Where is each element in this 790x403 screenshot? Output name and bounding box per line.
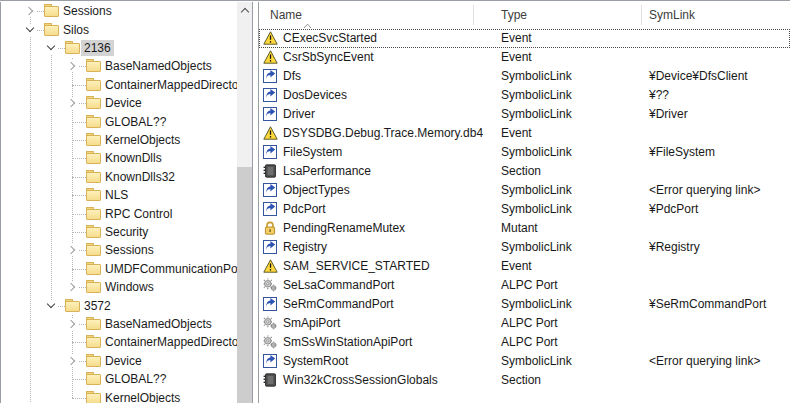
tree-item-rpc-control[interactable]: RPC Control — [1, 204, 237, 222]
tree-item-security[interactable]: Security — [1, 223, 237, 241]
list-row-objecttypes[interactable]: ObjectTypesSymbolicLink<Error querying l… — [259, 181, 790, 200]
type-cell: SymbolicLink — [501, 105, 572, 124]
list-row-smsswinstationapiport[interactable]: SmSsWinStationApiPortALPC Port — [259, 333, 790, 352]
type-cell: Section — [501, 162, 541, 181]
chevron-down-icon[interactable] — [45, 42, 57, 54]
list-row-dosdevices[interactable]: DosDevicesSymbolicLink¥?? — [259, 86, 790, 105]
warning-icon — [263, 126, 278, 141]
chevron-right-icon[interactable] — [66, 60, 78, 72]
list-row-sermcommandport[interactable]: SeRmCommandPortSymbolicLink¥SeRmCommandP… — [259, 295, 790, 314]
list-row-dfs[interactable]: DfsSymbolicLink¥Device¥DfsClient — [259, 67, 790, 86]
column-header-type[interactable]: Type — [473, 2, 641, 28]
tree-item-global[interactable]: GLOBAL?? — [1, 112, 237, 130]
tree-item-sessions[interactable]: Sessions — [1, 2, 237, 20]
folder-icon — [86, 151, 101, 164]
tree-item-label: BaseNamedObjects — [102, 316, 215, 332]
tree-item-nls[interactable]: NLS — [1, 186, 237, 204]
name-cell: FileSystem — [283, 143, 342, 162]
list-row-systemroot[interactable]: SystemRootSymbolicLink<Error querying li… — [259, 352, 790, 371]
tree-item-umdfcommunicationports[interactable]: UMDFCommunicationPorts — [1, 260, 237, 278]
tree-item-label: Sessions — [102, 242, 157, 258]
folder-icon — [44, 23, 59, 36]
tree-connector-stub — [72, 195, 86, 196]
name-cell: SmSsWinStationApiPort — [283, 333, 412, 352]
list-row-sam-service-started[interactable]: SAM_SERVICE_STARTEDEvent — [259, 257, 790, 276]
tree-item-label: NLS — [102, 187, 131, 203]
section-icon — [263, 373, 278, 388]
symlink-icon — [263, 183, 278, 198]
tree-item-device[interactable]: Device — [1, 352, 237, 370]
folder-icon — [86, 280, 101, 293]
type-cell: Event — [501, 29, 532, 48]
chevron-right-icon[interactable] — [66, 97, 78, 109]
tree-item-device[interactable]: Device — [1, 94, 237, 112]
folder-icon — [86, 391, 101, 403]
chevron-down-icon[interactable] — [24, 24, 36, 36]
name-cell: SAM_SERVICE_STARTED — [283, 257, 430, 276]
list-row-driver[interactable]: DriverSymbolicLink¥Driver — [259, 105, 790, 124]
tree-scrollbar[interactable] — [237, 2, 253, 403]
list-row-pdcport[interactable]: PdcPortSymbolicLink¥PdcPort — [259, 200, 790, 219]
tree-item-2136[interactable]: 2136 — [1, 39, 237, 57]
list-row-pendingrenamemutex[interactable]: PendingRenameMutexMutant — [259, 219, 790, 238]
tree-view: SessionsSilos2136BaseNamedObjectsContain… — [1, 2, 237, 403]
chevron-right-icon[interactable] — [66, 281, 78, 293]
list-row-selsacommandport[interactable]: SeLsaCommandPortALPC Port — [259, 276, 790, 295]
tree-item-sessions[interactable]: Sessions — [1, 241, 237, 259]
alpc-port-icon — [263, 278, 278, 293]
chevron-down-icon[interactable] — [45, 300, 57, 312]
name-cell: SystemRoot — [283, 352, 348, 371]
folder-icon — [86, 335, 101, 348]
tree-item-containermappeddirectories[interactable]: ContainerMappedDirectories — [1, 333, 237, 351]
chevron-right-icon[interactable] — [24, 5, 36, 17]
list-row-lsaperformance[interactable]: LsaPerformanceSection — [259, 162, 790, 181]
tree-item-kernelobjects[interactable]: KernelObjects — [1, 131, 237, 149]
type-cell: SymbolicLink — [501, 352, 572, 371]
list-row-filesystem[interactable]: FileSystemSymbolicLink¥FileSystem — [259, 143, 790, 162]
symlink-icon — [263, 88, 278, 103]
list-row-registry[interactable]: RegistrySymbolicLink¥Registry — [259, 238, 790, 257]
scroll-up-button[interactable] — [237, 2, 253, 19]
symlink-cell: ¥Device¥DfsClient — [649, 67, 748, 86]
folder-icon — [86, 96, 101, 109]
list-row-cexecsvcstarted[interactable]: CExecSvcStartedEvent — [259, 29, 790, 48]
chevron-right-icon[interactable] — [66, 318, 78, 330]
tree-item-knowndlls[interactable]: KnownDlls — [1, 149, 237, 167]
tree-item-knowndlls32[interactable]: KnownDlls32 — [1, 168, 237, 186]
symlink-icon — [263, 297, 278, 312]
folder-icon — [86, 354, 101, 367]
type-cell: ALPC Port — [501, 333, 558, 352]
tree-connector-stub — [72, 398, 86, 399]
list-header: Name Type SymLink — [259, 2, 790, 28]
column-header-name[interactable]: Name — [259, 2, 473, 28]
folder-icon — [86, 59, 101, 72]
list-row-smapiport[interactable]: SmApiPortALPC Port — [259, 314, 790, 333]
tree-item-containermappeddirectories[interactable]: ContainerMappedDirectories — [1, 76, 237, 94]
folder-icon — [86, 225, 101, 238]
list-row-csrsbsyncevent[interactable]: CsrSbSyncEventEvent — [259, 48, 790, 67]
tree-item-3572[interactable]: 3572 — [1, 296, 237, 314]
type-cell: SymbolicLink — [501, 86, 572, 105]
tree-item-kernelobjects[interactable]: KernelObjects — [1, 388, 237, 403]
tree-item-label: ContainerMappedDirectories — [102, 77, 253, 93]
column-header-symlink[interactable]: SymLink — [641, 2, 790, 28]
tree-item-basenamedobjects[interactable]: BaseNamedObjects — [1, 57, 237, 75]
tree-item-basenamedobjects[interactable]: BaseNamedObjects — [1, 315, 237, 333]
tree-item-global[interactable]: GLOBAL?? — [1, 370, 237, 388]
tree-connector-stub — [72, 140, 86, 141]
folder-icon — [86, 207, 101, 220]
column-header-symlink-label: SymLink — [649, 8, 695, 22]
tree-item-silos[interactable]: Silos — [1, 20, 237, 38]
chevron-right-icon[interactable] — [66, 244, 78, 256]
name-cell: DSYSDBG.Debug.Trace.Memory.db4 — [283, 124, 483, 143]
tree-item-windows[interactable]: Windows — [1, 278, 237, 296]
name-cell: CExecSvcStarted — [283, 29, 377, 48]
name-cell: PendingRenameMutex — [283, 219, 405, 238]
tree-connector-stub — [72, 85, 86, 86]
chevron-right-icon[interactable] — [66, 355, 78, 367]
list-row-dsysdbg-debug-trace-memory-db4[interactable]: DSYSDBG.Debug.Trace.Memory.db4Event — [259, 124, 790, 143]
scrollbar-thumb[interactable] — [237, 167, 253, 403]
tree-connector-stub — [72, 122, 86, 123]
list-row-win32kcrosssessionglobals[interactable]: Win32kCrossSessionGlobalsSection — [259, 371, 790, 390]
name-cell: Driver — [283, 105, 315, 124]
